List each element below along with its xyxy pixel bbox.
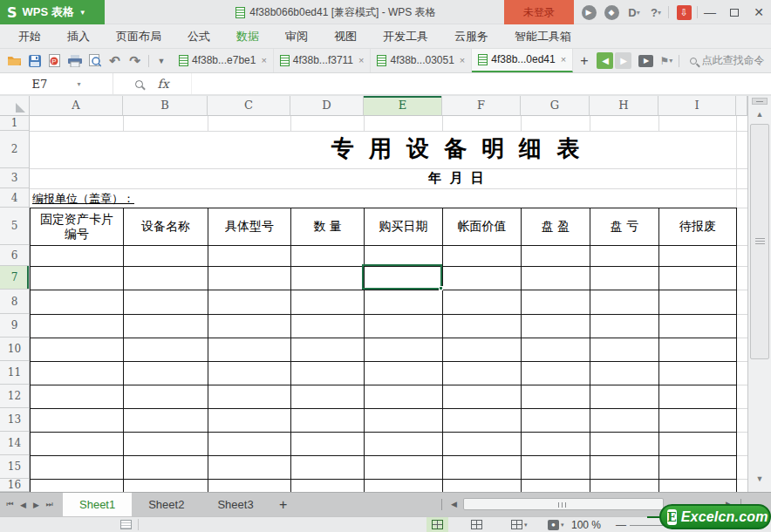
page-layout-view-button[interactable]: ▾ — [506, 517, 533, 532]
cell-table-header[interactable]: 数 量 — [291, 208, 364, 245]
cell-table-header[interactable]: 帐面价值 — [443, 208, 521, 245]
zoom-out-button[interactable]: — — [616, 519, 626, 531]
cell-table-header[interactable]: 盘 亏 — [590, 208, 658, 245]
cell-table-header[interactable]: 盘 盈 — [522, 208, 590, 245]
cell-unit-line[interactable]: 编报单位（盖章）： — [32, 191, 134, 208]
last-sheet-icon[interactable]: ⏭ — [43, 493, 56, 516]
row-header-5[interactable]: 5 — [0, 208, 30, 245]
column-header-I[interactable]: I — [658, 96, 736, 116]
page-break-view-button[interactable] — [466, 517, 488, 532]
column-header-G[interactable]: G — [521, 96, 590, 116]
sheet-tab-Sheet2[interactable]: Sheet2 — [132, 493, 201, 516]
export-pdf-icon[interactable]: P — [45, 51, 64, 71]
wps-app-menu-button[interactable]: S WPS 表格 ▼ — [0, 0, 105, 24]
cell-table-header[interactable]: 设备名称 — [124, 208, 208, 245]
cell-table-header[interactable]: 购买日期 — [365, 208, 442, 245]
cell-table-header[interactable]: 固定资产卡片 编号 — [31, 208, 123, 245]
document-tab[interactable]: 4f38b...03051× — [371, 49, 472, 72]
close-tab-icon[interactable]: × — [358, 55, 364, 65]
menu-tab-公式[interactable]: 公式 — [174, 24, 223, 48]
command-search[interactable]: 点此查找命令 — [690, 53, 764, 68]
column-header-E[interactable]: E — [364, 96, 442, 116]
more-tools-icon[interactable]: ⚑▾ — [657, 51, 675, 71]
fill-handle[interactable] — [439, 286, 443, 290]
maximize-button[interactable] — [722, 0, 747, 24]
formula-input[interactable] — [192, 73, 771, 94]
vertical-scrollbar-thumb[interactable] — [750, 124, 769, 359]
column-header-A[interactable]: A — [30, 96, 123, 116]
add-sheet-button[interactable]: + — [270, 493, 297, 516]
download-update-icon[interactable]: ⇩ — [672, 0, 695, 24]
menu-tab-视图[interactable]: 视图 — [321, 24, 370, 48]
row-header-8[interactable]: 8 — [0, 290, 30, 314]
scroll-up-icon[interactable]: ▲ — [748, 110, 771, 119]
row-header-14[interactable]: 14 — [0, 432, 30, 455]
menu-tab-智能工具箱[interactable]: 智能工具箱 — [501, 24, 584, 48]
first-sheet-icon[interactable]: ⏮ — [3, 493, 17, 516]
menu-tab-审阅[interactable]: 审阅 — [272, 24, 321, 48]
magnifier-icon[interactable] — [135, 80, 143, 88]
close-button[interactable]: ✕ — [747, 0, 771, 24]
new-document-tab-button[interactable]: + — [573, 53, 595, 69]
sheet-canvas[interactable]: 专 用 设 备 明 细 表 年 月 日 编报单位（盖章）： 固定资产卡片 编号设… — [30, 116, 747, 492]
document-tab[interactable]: 4f38b...f3711× — [274, 49, 372, 72]
close-tab-icon[interactable]: × — [460, 55, 465, 65]
redo-icon[interactable]: ↷ — [126, 51, 144, 71]
cell-table-header[interactable]: 具体型号 — [208, 208, 290, 245]
undo-icon[interactable]: ↶ — [106, 51, 124, 71]
vertical-scrollbar[interactable]: ▲ ▼ — [747, 96, 771, 492]
row-header-16[interactable]: 16 — [0, 479, 30, 492]
print-icon[interactable] — [65, 51, 84, 71]
help-icon[interactable]: ?▾ — [645, 0, 666, 24]
row-header-4[interactable]: 4 — [0, 188, 30, 208]
column-header-D[interactable]: D — [290, 96, 364, 116]
row-header-10[interactable]: 10 — [0, 338, 30, 361]
tab-scroll-left-button[interactable]: ◀ — [597, 52, 613, 69]
tab-split-handle[interactable] — [441, 499, 442, 510]
menu-tab-插入[interactable]: 插入 — [54, 24, 103, 48]
row-header-13[interactable]: 13 — [0, 408, 30, 432]
prev-sheet-icon[interactable]: ◀ — [17, 493, 30, 516]
menu-tab-开发工具[interactable]: 开发工具 — [370, 24, 441, 48]
selected-cell-outline[interactable] — [362, 264, 442, 290]
cell-name-box[interactable]: E7 ▾ — [0, 73, 113, 94]
column-header-C[interactable]: C — [208, 96, 290, 116]
cell-table-header[interactable]: 待报废 — [659, 208, 736, 245]
row-header-2[interactable]: 2 — [0, 131, 30, 168]
sheet-tab-Sheet1[interactable]: Sheet1 — [63, 493, 132, 516]
row-header-9[interactable]: 9 — [0, 314, 30, 338]
split-handle[interactable] — [752, 98, 768, 105]
horizontal-scrollbar-thumb[interactable] — [463, 498, 664, 510]
minimize-button[interactable]: — — [698, 0, 722, 24]
cell-date-line[interactable]: 年 月 日 — [204, 170, 710, 188]
insert-function-icon[interactable]: fx — [157, 77, 168, 91]
login-button[interactable]: 未登录 — [504, 0, 574, 24]
cell-sheet-title[interactable]: 专 用 设 备 明 细 表 — [204, 133, 710, 168]
next-sheet-icon[interactable]: ▶ — [30, 493, 43, 516]
document-tab[interactable]: 4f38b...0ed41× — [472, 49, 573, 72]
save-icon[interactable] — [25, 51, 44, 71]
close-tab-icon[interactable]: × — [561, 54, 566, 65]
toolbar-more-icon[interactable]: ▼ — [155, 51, 167, 71]
membership-icon[interactable]: ◆ — [601, 0, 622, 24]
row-header-12[interactable]: 12 — [0, 385, 30, 408]
normal-view-button[interactable] — [426, 517, 448, 532]
document-tab[interactable]: 4f38b...e7be1× — [173, 49, 274, 72]
row-header-11[interactable]: 11 — [0, 361, 30, 385]
menu-tab-页面布局[interactable]: 页面布局 — [103, 24, 174, 48]
row-header-6[interactable]: 6 — [0, 245, 30, 266]
macro-record-icon[interactable] — [120, 520, 132, 529]
open-file-icon[interactable] — [5, 51, 24, 71]
community-icon[interactable]: ▶ — [578, 0, 599, 24]
tab-scroll-right-button[interactable]: ▶ — [615, 52, 631, 69]
menu-tab-数据[interactable]: 数据 — [223, 24, 272, 48]
scroll-left-icon[interactable]: ◀ — [447, 500, 461, 508]
column-header-partial[interactable] — [736, 96, 747, 116]
column-header-H[interactable]: H — [590, 96, 658, 116]
row-header-1[interactable]: 1 — [0, 116, 30, 131]
reading-mode-button[interactable]: ●▾ — [542, 517, 570, 532]
column-header-F[interactable]: F — [442, 96, 521, 116]
play-demo-icon[interactable]: ▶ — [637, 51, 655, 71]
row-header-15[interactable]: 15 — [0, 455, 30, 479]
scroll-down-icon[interactable]: ▼ — [748, 474, 771, 483]
